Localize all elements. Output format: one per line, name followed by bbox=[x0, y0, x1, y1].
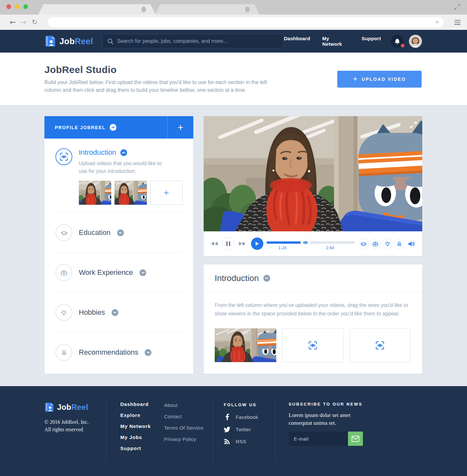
education-marker-graduation-cap-icon[interactable] bbox=[358, 238, 369, 249]
browser-menu-icon[interactable] bbox=[454, 20, 461, 25]
notification-badge bbox=[401, 44, 404, 47]
footer-link-explore[interactable]: Explore bbox=[120, 412, 151, 418]
timeline-section-markers bbox=[358, 238, 405, 249]
tab-favicon bbox=[141, 6, 146, 12]
footer-link-contact[interactable]: Contact bbox=[164, 414, 203, 419]
hobbies-marker-lightbulb-icon[interactable] bbox=[382, 238, 393, 249]
chevron-down-icon[interactable] bbox=[117, 229, 124, 236]
browser-tab-inactive[interactable] bbox=[155, 4, 259, 15]
progress-bar[interactable]: 1:24 2:44 bbox=[267, 237, 355, 251]
search-icon bbox=[107, 38, 114, 44]
footer-link-my-network[interactable]: My Network bbox=[120, 423, 151, 429]
facebook-icon bbox=[224, 414, 230, 420]
app-navbar: JobReel Dashboard My Network Support bbox=[0, 30, 467, 53]
minimize-window-button[interactable] bbox=[15, 4, 19, 9]
timeline-slot-empty-2[interactable] bbox=[349, 328, 411, 362]
section-introduction: Introduction Upload videos that you woul… bbox=[44, 139, 193, 213]
social-link-rss[interactable]: RSS bbox=[224, 439, 258, 444]
work-marker-briefcase-icon[interactable] bbox=[370, 238, 381, 249]
total-duration: 2:44 bbox=[326, 245, 334, 250]
footer-nav-primary: Dashboard Explore My Network My Jobs Sup… bbox=[120, 401, 151, 457]
chevron-down-icon[interactable] bbox=[145, 349, 151, 356]
section-hobbies[interactable]: Hobbies bbox=[44, 293, 193, 332]
video-thumbnail-1[interactable] bbox=[79, 181, 111, 205]
add-section-button[interactable]: + bbox=[167, 116, 193, 139]
introduction-panel-description: From the left column where you've upload… bbox=[215, 301, 416, 318]
progress-fill bbox=[267, 241, 305, 244]
section-recommendations[interactable]: Recommendations bbox=[44, 333, 193, 372]
social-link-twitter[interactable]: Twitter bbox=[224, 427, 258, 432]
subscribe-heading: SUBSCRIBE TO OUR NEWS bbox=[289, 402, 374, 407]
introduction-panel-title: Introduction bbox=[215, 273, 259, 283]
introduction-title-row[interactable]: Introduction bbox=[79, 148, 183, 157]
viewfinder-eye-icon bbox=[308, 341, 317, 350]
video-display[interactable] bbox=[204, 116, 422, 231]
back-button[interactable]: ← bbox=[10, 16, 16, 28]
player-position-marker[interactable] bbox=[300, 238, 310, 248]
briefcase-icon bbox=[55, 264, 72, 281]
video-thumbnail-2[interactable] bbox=[114, 181, 147, 205]
jobreel-logo[interactable]: JobReel bbox=[44, 35, 93, 47]
global-search[interactable] bbox=[102, 34, 284, 48]
volume-icon[interactable] bbox=[408, 241, 415, 247]
email-field[interactable] bbox=[289, 432, 348, 446]
follow-us-heading: FOLLOW US bbox=[224, 402, 258, 407]
footer-link-support[interactable]: Support bbox=[120, 445, 151, 451]
timeline-slot-empty-1[interactable] bbox=[282, 328, 343, 362]
chevron-down-icon[interactable] bbox=[139, 269, 146, 276]
browser-tab-active[interactable] bbox=[38, 4, 156, 15]
close-window-button[interactable] bbox=[6, 4, 11, 9]
footer-link-about[interactable]: About bbox=[164, 402, 203, 408]
chevron-down-icon[interactable] bbox=[112, 309, 118, 316]
add-video-button[interactable]: + bbox=[150, 181, 183, 205]
chevron-down-icon[interactable] bbox=[110, 124, 116, 131]
rewind-icon[interactable] bbox=[211, 241, 218, 246]
graduation-cap-icon bbox=[55, 224, 72, 241]
jobreel-logo-icon bbox=[44, 35, 56, 47]
chevron-down-icon[interactable] bbox=[263, 275, 270, 282]
reload-button[interactable]: ↻ bbox=[32, 16, 38, 28]
timeline-slot-filled[interactable] bbox=[215, 328, 276, 362]
upload-video-button[interactable]: + UPLOAD VIDEO bbox=[337, 71, 422, 88]
footer-jobreel-logo[interactable]: JobReel bbox=[44, 402, 89, 412]
award-ribbon-icon bbox=[55, 344, 72, 361]
plus-icon: + bbox=[353, 74, 357, 83]
section-education[interactable]: Education bbox=[44, 213, 193, 252]
fast-forward-icon[interactable] bbox=[239, 241, 246, 246]
user-avatar[interactable] bbox=[409, 35, 422, 48]
url-input[interactable] bbox=[53, 17, 431, 27]
social-link-facebook[interactable]: Facebook bbox=[224, 414, 258, 420]
search-input[interactable] bbox=[117, 38, 279, 44]
notifications-button[interactable] bbox=[391, 35, 404, 48]
profile-jobreel-header[interactable]: PROFILE JOBREEL + bbox=[44, 116, 193, 139]
video-player-card: 1:24 2:44 bbox=[204, 116, 422, 256]
player-controls: 1:24 2:44 bbox=[204, 231, 422, 256]
subscribe-form bbox=[289, 432, 374, 446]
window-resize-icon[interactable] bbox=[454, 4, 461, 10]
pause-button[interactable] bbox=[222, 237, 235, 250]
footer-link-my-jobs[interactable]: My Jobs bbox=[120, 434, 151, 440]
nav-link-support[interactable]: Support bbox=[362, 36, 381, 47]
introduction-viewfinder-eye-icon bbox=[55, 148, 72, 165]
address-bar[interactable]: ★ bbox=[48, 17, 444, 27]
logo-text: JobReel bbox=[57, 403, 88, 412]
forward-button[interactable]: → bbox=[20, 16, 26, 28]
nav-link-dashboard[interactable]: Dashboard bbox=[284, 36, 310, 47]
footer-link-terms[interactable]: Terms Of Service bbox=[164, 425, 203, 431]
play-button[interactable] bbox=[251, 238, 263, 250]
copyright-text: © 2016 JobReel, Inc. All rights reserved bbox=[44, 418, 89, 433]
bookmark-star-icon[interactable]: ★ bbox=[435, 19, 439, 25]
footer-link-privacy[interactable]: Privacy Policy bbox=[164, 436, 203, 442]
nav-link-my-network[interactable]: My Network bbox=[322, 36, 350, 47]
subscribe-text: Lorem ipsum dolar set amet consequtat un… bbox=[289, 411, 374, 427]
footer-link-dashboard[interactable]: Dashboard bbox=[120, 401, 151, 407]
browser-toolbar: ← → ↻ ★ bbox=[0, 15, 467, 30]
introduction-panel-header: Introduction bbox=[204, 264, 422, 292]
fullscreen-icon[interactable] bbox=[410, 121, 417, 128]
logo-text: JobReel bbox=[59, 36, 93, 46]
section-work-experience[interactable]: Work Experience bbox=[44, 253, 193, 292]
subscribe-submit-button[interactable] bbox=[348, 432, 363, 446]
maximize-window-button[interactable] bbox=[23, 4, 28, 9]
recommendations-marker-award-icon[interactable] bbox=[394, 238, 405, 249]
chevron-up-icon[interactable] bbox=[120, 149, 127, 156]
